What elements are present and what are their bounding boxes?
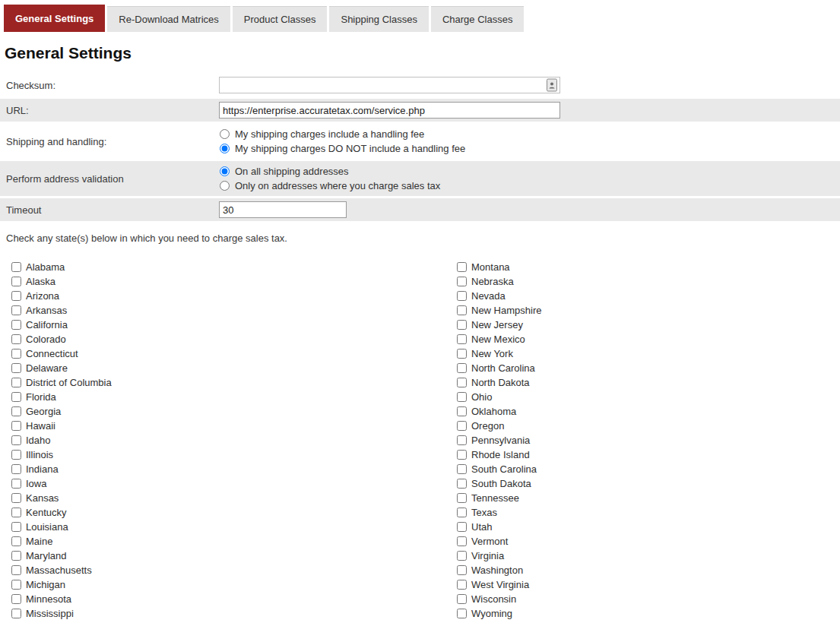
state-checkbox[interactable]	[457, 421, 467, 431]
state-checkbox[interactable]	[457, 363, 467, 373]
state-checkbox-row[interactable]: West Virginia	[457, 577, 541, 592]
state-checkbox-row[interactable]: Kansas	[11, 491, 457, 505]
state-checkbox-row[interactable]: Alabama	[11, 260, 457, 274]
state-checkbox-row[interactable]: Arkansas	[11, 303, 457, 318]
checksum-input[interactable]	[219, 77, 560, 93]
state-checkbox[interactable]	[457, 378, 467, 387]
state-checkbox[interactable]	[11, 594, 21, 604]
state-checkbox[interactable]	[11, 536, 21, 546]
state-checkbox-row[interactable]: Michigan	[11, 577, 457, 592]
state-checkbox[interactable]	[11, 277, 21, 286]
state-checkbox[interactable]	[457, 334, 467, 344]
state-checkbox[interactable]	[457, 522, 467, 532]
state-checkbox-row[interactable]: Mississippi	[11, 606, 457, 621]
state-checkbox-row[interactable]: Oklahoma	[457, 404, 541, 419]
state-checkbox-row[interactable]: Alaska	[11, 274, 457, 289]
state-checkbox-row[interactable]: Wyoming	[457, 606, 541, 621]
state-checkbox[interactable]	[11, 580, 21, 590]
shipping-include-fee-radio[interactable]	[220, 129, 230, 139]
validation-tax-addresses-option[interactable]: Only on addresses where you charge sales…	[219, 179, 840, 193]
state-checkbox[interactable]	[457, 565, 467, 575]
state-checkbox-row[interactable]: Massachusetts	[11, 563, 457, 577]
shipping-include-fee-option[interactable]: My shipping charges include a handling f…	[219, 127, 840, 141]
tab-product-classes[interactable]: Product Classes	[233, 6, 328, 32]
state-checkbox-row[interactable]: Indiana	[11, 462, 457, 476]
state-checkbox[interactable]	[11, 392, 21, 402]
validation-tax-addresses-radio[interactable]	[220, 181, 230, 191]
state-checkbox-row[interactable]: Maine	[11, 534, 457, 549]
state-checkbox[interactable]	[11, 406, 21, 416]
state-checkbox[interactable]	[11, 450, 21, 460]
state-checkbox-row[interactable]: Arizona	[11, 289, 457, 303]
state-checkbox[interactable]	[11, 363, 21, 373]
state-checkbox-row[interactable]: Tennessee	[457, 491, 541, 505]
state-checkbox-row[interactable]: Montana	[457, 260, 541, 274]
state-checkbox-row[interactable]: Texas	[457, 505, 541, 520]
state-checkbox[interactable]	[457, 508, 467, 517]
state-checkbox[interactable]	[11, 493, 21, 503]
state-checkbox-row[interactable]: New Hampshire	[457, 303, 541, 318]
state-checkbox-row[interactable]: North Dakota	[457, 375, 541, 390]
state-checkbox[interactable]	[11, 378, 21, 387]
tab-shipping-classes[interactable]: Shipping Classes	[329, 6, 428, 32]
state-checkbox-row[interactable]: Rhode Island	[457, 447, 541, 462]
state-checkbox-row[interactable]: New Jersey	[457, 318, 541, 332]
state-checkbox-row[interactable]: Nebraska	[457, 274, 541, 289]
state-checkbox[interactable]	[457, 464, 467, 474]
state-checkbox-row[interactable]: Maryland	[11, 549, 457, 563]
state-checkbox[interactable]	[457, 305, 467, 315]
state-checkbox[interactable]	[457, 291, 467, 301]
state-checkbox-row[interactable]: California	[11, 318, 457, 332]
state-checkbox-row[interactable]: Nevada	[457, 289, 541, 303]
state-checkbox-row[interactable]: New York	[457, 346, 541, 361]
state-checkbox-row[interactable]: Idaho	[11, 433, 457, 447]
autofill-icon[interactable]	[547, 79, 557, 92]
state-checkbox[interactable]	[457, 536, 467, 546]
state-checkbox-row[interactable]: Washington	[457, 563, 541, 577]
state-checkbox-row[interactable]: Illinois	[11, 447, 457, 462]
state-checkbox[interactable]	[11, 508, 21, 517]
state-checkbox-row[interactable]: Utah	[457, 520, 541, 534]
state-checkbox[interactable]	[457, 450, 467, 460]
state-checkbox[interactable]	[457, 479, 467, 489]
state-checkbox[interactable]	[11, 262, 21, 272]
state-checkbox[interactable]	[457, 349, 467, 359]
state-checkbox-row[interactable]: Georgia	[11, 404, 457, 419]
state-checkbox-row[interactable]: Iowa	[11, 476, 457, 491]
timeout-input[interactable]	[219, 201, 347, 218]
state-checkbox-row[interactable]: Wisconsin	[457, 592, 541, 606]
shipping-no-fee-radio[interactable]	[220, 144, 230, 153]
state-checkbox[interactable]	[11, 479, 21, 489]
state-checkbox[interactable]	[457, 580, 467, 590]
state-checkbox-row[interactable]: Kentucky	[11, 505, 457, 520]
state-checkbox-row[interactable]: Minnesota	[11, 592, 457, 606]
tab-charge-classes[interactable]: Charge Classes	[431, 6, 525, 32]
state-checkbox-row[interactable]: Colorado	[11, 332, 457, 346]
state-checkbox[interactable]	[457, 493, 467, 503]
state-checkbox-row[interactable]: Vermont	[457, 534, 541, 549]
state-checkbox[interactable]	[457, 435, 467, 445]
state-checkbox[interactable]	[11, 305, 21, 315]
state-checkbox[interactable]	[457, 277, 467, 286]
validation-all-addresses-option[interactable]: On all shipping addresses	[219, 164, 840, 179]
state-checkbox[interactable]	[457, 609, 467, 618]
state-checkbox-row[interactable]: Oregon	[457, 419, 541, 433]
state-checkbox[interactable]	[11, 320, 21, 330]
state-checkbox[interactable]	[457, 551, 467, 561]
state-checkbox[interactable]	[11, 551, 21, 561]
shipping-no-fee-option[interactable]: My shipping charges DO NOT include a han…	[219, 141, 840, 156]
state-checkbox-row[interactable]: South Carolina	[457, 462, 541, 476]
state-checkbox-row[interactable]: Virginia	[457, 549, 541, 563]
tab-general-settings[interactable]: General Settings	[4, 5, 105, 32]
state-checkbox-row[interactable]: Louisiana	[11, 520, 457, 534]
url-input[interactable]	[219, 102, 560, 119]
state-checkbox[interactable]	[11, 435, 21, 445]
state-checkbox-row[interactable]: Connecticut	[11, 346, 457, 361]
state-checkbox[interactable]	[457, 406, 467, 416]
tab-redownload-matrices[interactable]: Re-Download Matrices	[107, 6, 230, 32]
state-checkbox-row[interactable]: South Dakota	[457, 476, 541, 491]
state-checkbox[interactable]	[11, 291, 21, 301]
state-checkbox-row[interactable]: Florida	[11, 390, 457, 404]
state-checkbox-row[interactable]: North Carolina	[457, 361, 541, 375]
state-checkbox[interactable]	[457, 262, 467, 272]
